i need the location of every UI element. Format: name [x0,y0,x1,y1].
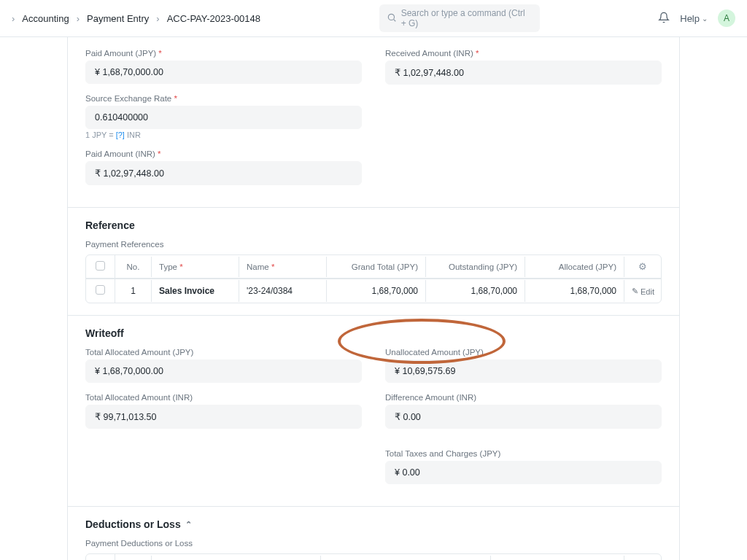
alloc-inr-label: Total Allocated Amount (INR) [85,393,362,402]
breadcrumb: › Accounting › Payment Entry › ACC-PAY-2… [12,13,260,24]
svg-line-1 [393,19,395,21]
deductions-title[interactable]: Deductions or Loss ⌃ [85,518,662,530]
src-rate-field[interactable]: 0.610400000 [85,106,362,129]
search-placeholder: Search or type a command (Ctrl + G) [401,8,533,28]
col-outstanding: Outstanding (JPY) [426,257,525,277]
row-grand-total: 1,68,70,000 [327,280,426,302]
src-rate-label: Source Exchange Rate * [85,94,362,103]
row-allocated: 1,68,70,000 [525,280,624,302]
chevron-right-icon: › [12,13,15,24]
gear-icon[interactable]: ⚙ [638,261,647,272]
row-outstanding: 1,68,70,000 [426,280,525,302]
tax-label: Total Taxes and Charges (JPY) [385,449,662,458]
deductions-table: No. Account * Cost Center * Amount (Comp… [85,553,662,560]
paid-inr-label: Paid Amount (INR) * [85,149,362,158]
diff-inr-label: Difference Amount (INR) [385,393,662,402]
col-name: Name * [239,257,327,277]
row-checkbox[interactable] [86,279,115,303]
alloc-inr-field[interactable]: ₹ 99,71,013.50 [85,405,362,429]
row-name[interactable]: '23-24/0384 [239,280,327,302]
col-type: Type * [152,257,239,277]
help-label: Help [680,13,700,24]
breadcrumb-item[interactable]: Accounting [22,13,69,24]
payment-references-label: Payment References [85,240,662,249]
breadcrumb-item[interactable]: ACC-PAY-2023-00148 [167,13,260,24]
alloc-jpy-label: Total Allocated Amount (JPY) [85,348,362,357]
bell-icon[interactable] [658,12,670,26]
col-gear: ⚙ [624,255,661,278]
row-no: 1 [115,280,152,302]
chevron-right-icon: › [156,13,159,24]
received-inr-label: Received Amount (INR) * [385,49,662,58]
reference-title: Reference [85,219,662,231]
col-amount: Amount (Company Cu... [491,556,625,561]
col-no: No. [115,257,152,277]
chevron-right-icon: › [77,13,80,24]
pencil-icon: ✎ [632,287,638,296]
svg-point-0 [388,14,394,20]
checkbox-header[interactable] [86,255,115,278]
table-head: No. Account * Cost Center * Amount (Comp… [86,554,661,560]
unalloc-jpy-field[interactable]: ¥ 10,69,575.69 [385,359,662,383]
writeoff-title: Writeoff [85,327,662,339]
row-type[interactable]: Sales Invoice [152,280,239,302]
paid-jpy-label: Paid Amount (JPY) * [85,49,362,58]
search-input[interactable]: Search or type a command (Ctrl + G) [379,4,540,32]
unalloc-jpy-label: Unallocated Amount (JPY) [385,348,662,357]
table-row: 1 Sales Invoice '23-24/0384 1,68,70,000 … [86,279,661,303]
deductions-section: Deductions or Loss ⌃ Payment Deductions … [68,507,679,560]
search-icon [387,12,397,25]
col-no: No. [115,556,152,561]
col-gear: ⚙ [624,554,661,560]
table-head: No. Type * Name * Grand Total (JPY) Outs… [86,255,661,279]
page-header: › Accounting › Payment Entry › ACC-PAY-2… [0,0,747,37]
edit-row-button[interactable]: ✎ Edit [632,287,654,296]
col-grand-total: Grand Total (JPY) [327,257,426,277]
alloc-jpy-field[interactable]: ¥ 1,68,70,000.00 [85,359,362,383]
references-table: No. Type * Name * Grand Total (JPY) Outs… [85,254,662,303]
amounts-section: Paid Amount (JPY) * ¥ 1,68,70,000.00 Sou… [68,37,679,208]
breadcrumb-item[interactable]: Payment Entry [87,13,149,24]
col-account: Account * [152,556,321,561]
paid-jpy-field[interactable]: ¥ 1,68,70,000.00 [85,61,362,84]
diff-inr-field[interactable]: ₹ 0.00 [385,405,662,429]
rate-hint: 1 JPY = [?] INR [85,131,362,139]
chevron-down-icon: ⌄ [702,15,708,23]
avatar[interactable]: A [718,9,735,27]
paid-inr-field[interactable]: ₹ 1,02,97,448.00 [85,161,362,185]
received-inr-field[interactable]: ₹ 1,02,97,448.00 [385,61,662,85]
writeoff-section: Writeoff Total Allocated Amount (JPY) ¥ … [68,316,679,507]
help-dropdown[interactable]: Help ⌄ [680,13,708,24]
deductions-subtitle: Payment Deductions or Loss [85,539,662,548]
chevron-up-icon: ⌃ [185,520,192,529]
reference-section: Reference Payment References No. Type * … [68,208,679,316]
checkbox-header[interactable] [86,554,115,560]
rate-hint-link[interactable]: [?] [116,131,125,139]
col-allocated: Allocated (JPY) [525,257,624,277]
col-cost-center: Cost Center * [321,556,490,561]
tax-field[interactable]: ¥ 0.00 [385,461,662,484]
